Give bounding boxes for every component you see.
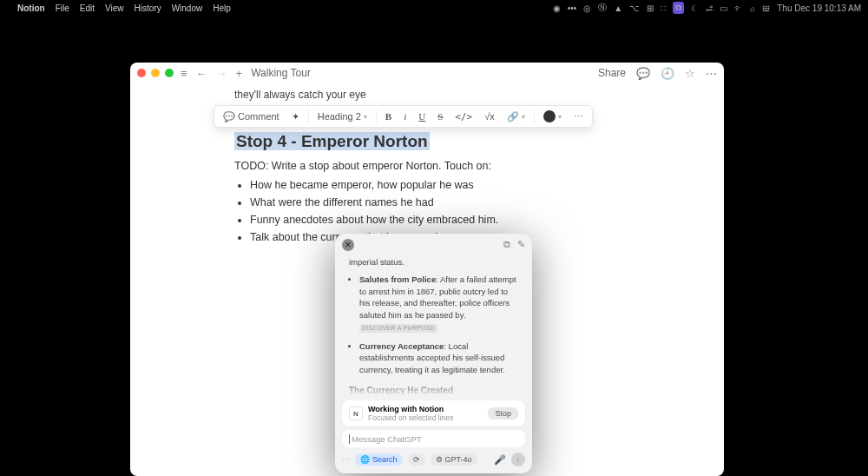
wifi-icon[interactable]: ᯤ (734, 3, 743, 13)
menu-help[interactable]: Help (213, 3, 231, 13)
close-icon[interactable] (137, 69, 146, 77)
response-bullet: Currency Acceptance: Local establishment… (359, 340, 520, 376)
heading-block[interactable]: Stop 4 - Emperor Norton (234, 132, 430, 150)
minimize-icon[interactable] (151, 69, 160, 77)
favorite-icon[interactable]: ☆ (685, 67, 695, 80)
color-button[interactable]: ▾ (540, 109, 565, 124)
attach-button[interactable]: ⋯ (342, 455, 350, 464)
status-icon[interactable]: ••• (568, 3, 577, 13)
dock-icon[interactable]: ⧉ (503, 239, 510, 251)
control-center-icon[interactable]: 𝍔 (762, 3, 770, 13)
mic-icon[interactable]: 🎤 (494, 454, 506, 466)
spotlight-icon[interactable]: ⌕ (750, 3, 755, 13)
italic-button[interactable]: i (400, 109, 410, 123)
block-type-selector[interactable]: Heading 2 ▾ (314, 109, 371, 123)
traffic-lights[interactable] (137, 69, 174, 77)
stop-button[interactable]: Stop (488, 407, 518, 420)
strike-button[interactable]: S (434, 109, 446, 123)
status-icon[interactable]: ⥄ (706, 3, 713, 13)
menu-file[interactable]: File (56, 3, 69, 13)
status-icon[interactable]: Ⓝ (598, 2, 607, 14)
menu-view[interactable]: View (105, 3, 124, 13)
close-icon[interactable]: ✕ (342, 239, 354, 251)
comment-button[interactable]: 💬 Comment (220, 109, 283, 124)
equation-button[interactable]: √x (481, 109, 498, 123)
menu-history[interactable]: History (135, 3, 161, 13)
menu-window[interactable]: Window (172, 3, 203, 13)
prev-block-text[interactable]: they'll always catch your eye (234, 89, 620, 101)
ai-button[interactable]: ✦ (288, 109, 303, 124)
sidebar-toggle-icon[interactable]: ≡ (181, 67, 187, 80)
code-button[interactable]: </> (451, 109, 476, 124)
fade-overlay (335, 378, 532, 397)
send-button[interactable]: ↑ (511, 453, 525, 466)
battery-icon[interactable]: ▭ (720, 3, 727, 13)
status-icon[interactable]: ◎ (583, 3, 591, 13)
back-icon[interactable]: ← (196, 67, 207, 80)
model-selector[interactable]: ⚙ GPT-4o (431, 453, 477, 466)
link-button[interactable]: 🔗▾ (503, 109, 529, 124)
comments-icon[interactable]: 💬 (636, 67, 650, 80)
status-icon[interactable]: ◉ (553, 3, 561, 13)
new-chat-icon[interactable]: ✎ (517, 239, 525, 251)
updates-icon[interactable]: 🕘 (661, 67, 674, 80)
dnd-icon[interactable]: ☾ (691, 3, 699, 13)
response-fragment: imperial status. (349, 256, 520, 268)
more-format-button[interactable]: ⋯ (570, 109, 587, 124)
bullet-item[interactable]: Funny anecdotes about how the city embra… (250, 214, 620, 226)
status-icon[interactable]: ∷ (661, 3, 666, 13)
chat-response[interactable]: imperial status. Salutes from Police: Af… (335, 256, 532, 397)
forward-icon[interactable]: → (216, 67, 227, 80)
source-badge[interactable]: DISCOVER A PURPOSE (359, 324, 437, 333)
window-titlebar: ≡ ← → + Walking Tour Share 💬 🕘 ☆ ⋯ (130, 63, 724, 83)
focus-button[interactable]: ⟳ (408, 453, 425, 466)
breadcrumb[interactable]: Walking Tour (251, 67, 311, 79)
notion-context-icon: N (349, 407, 363, 420)
share-button[interactable]: Share (598, 67, 626, 79)
clock[interactable]: Thu Dec 19 10:13 AM (777, 3, 861, 13)
menu-edit[interactable]: Edit (80, 3, 95, 13)
macos-menubar: Notion File Edit View History Window Hel… (0, 0, 868, 16)
bullet-item[interactable]: How he became emperor, how popular he wa… (250, 179, 620, 191)
bullet-item[interactable]: What were the different names he had (250, 196, 620, 208)
context-subtitle: Focused on selected lines (368, 413, 453, 422)
response-bullet: Salutes from Police: After a failed atte… (359, 274, 520, 334)
underline-button[interactable]: U (415, 109, 429, 123)
status-icon[interactable]: ⌥ (629, 3, 640, 13)
search-toggle[interactable]: 🌐 Search (355, 453, 403, 466)
bold-button[interactable]: B (382, 109, 395, 123)
menu-app[interactable]: Notion (17, 3, 45, 13)
status-icon[interactable]: ▲ (614, 3, 622, 13)
context-bar: N Working with Notion Focused on selecte… (342, 400, 525, 426)
screen-record-icon[interactable]: ⧉ (673, 2, 684, 14)
text-block[interactable]: TODO: Write a stop about emperor Norton.… (234, 160, 620, 172)
more-icon[interactable]: ⋯ (706, 67, 717, 80)
context-title: Working with Notion (368, 405, 453, 413)
maximize-icon[interactable] (165, 69, 174, 77)
formatting-toolbar: 💬 Comment ✦ Heading 2 ▾ B i U S </> √x 🔗… (214, 105, 593, 128)
chatgpt-panel: ✕ ⧉ ✎ imperial status. Salutes from Poli… (335, 234, 532, 473)
new-page-icon[interactable]: + (236, 67, 243, 80)
menubar-status: ◉ ••• ◎ Ⓝ ▲ ⌥ ⊞ ∷ ⧉ ☾ ⥄ ▭ ᯤ ⌕ 𝍔 Thu Dec … (553, 2, 861, 14)
chat-input[interactable]: Message ChatGPT (342, 430, 525, 447)
status-icon[interactable]: ⊞ (647, 3, 654, 13)
